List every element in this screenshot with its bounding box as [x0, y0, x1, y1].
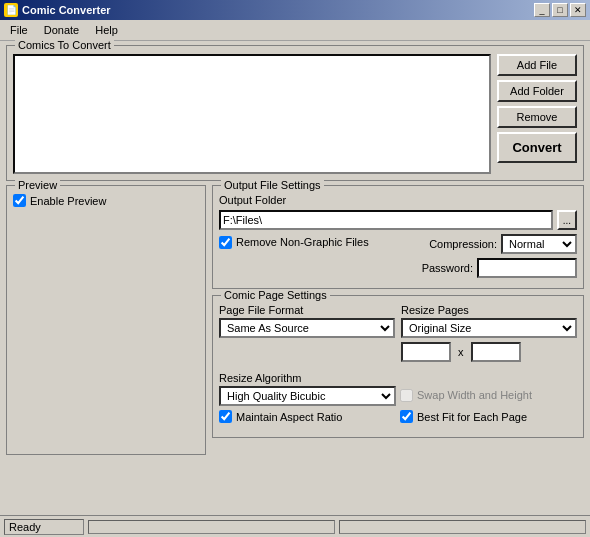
swap-width-row: Swap Width and Height [400, 389, 577, 402]
compression-label: Compression: [429, 238, 497, 250]
menu-help[interactable]: Help [89, 22, 124, 38]
close-button[interactable]: ✕ [570, 3, 586, 17]
title-bar: 📄 Comic Converter _ □ ✕ [0, 0, 590, 20]
format-col: Page File Format Same As Source JPEG PNG… [219, 304, 395, 366]
remove-non-graphic-checkbox[interactable] [219, 236, 232, 249]
remove-button[interactable]: Remove [497, 106, 577, 128]
resize-height-input[interactable] [471, 342, 521, 362]
output-folder-label: Output Folder [219, 194, 286, 206]
title-bar-left: 📄 Comic Converter [4, 3, 111, 17]
title-bar-title: Comic Converter [22, 4, 111, 16]
password-label: Password: [422, 262, 473, 274]
title-bar-controls: _ □ ✕ [534, 3, 586, 17]
comics-to-convert-group: Comics To Convert Add File Add Folder Re… [6, 45, 584, 181]
compression-select[interactable]: Normal Maximum None [501, 234, 577, 254]
add-folder-button[interactable]: Add Folder [497, 80, 577, 102]
swap-width-checkbox[interactable] [400, 389, 413, 402]
best-fit-row: Best Fit for Each Page [400, 410, 577, 423]
browse-button[interactable]: ... [557, 210, 577, 230]
resize-pages-select[interactable]: Original Size Custom [401, 318, 577, 338]
main-content: Comics To Convert Add File Add Folder Re… [0, 41, 590, 512]
remove-graphic-compression-row: Remove Non-Graphic Files Compression: No… [219, 234, 577, 254]
comic-page-legend: Comic Page Settings [221, 289, 330, 301]
resize-dimensions-row: x [401, 342, 577, 362]
algorithm-select[interactable]: High Quality Bicubic Bicubic Bilinear Ne… [219, 386, 396, 406]
minimize-button[interactable]: _ [534, 3, 550, 17]
resize-col: Resize Pages Original Size Custom x [401, 304, 577, 366]
comics-buttons: Add File Add Folder Remove Convert [497, 54, 577, 174]
app-icon: 📄 [4, 3, 18, 17]
bottom-sections: Preview Enable Preview Output File Setti… [6, 185, 584, 455]
menu-file[interactable]: File [4, 22, 34, 38]
swap-col: Swap Width and Height [400, 373, 577, 406]
maintain-aspect-checkbox[interactable] [219, 410, 232, 423]
page-format-select[interactable]: Same As Source JPEG PNG GIF BMP [219, 318, 395, 338]
best-fit-col: Best Fit for Each Page [400, 410, 577, 427]
output-folder-row: ... [219, 210, 577, 230]
remove-non-graphic-label: Remove Non-Graphic Files [236, 236, 369, 248]
preview-group: Preview Enable Preview [6, 185, 206, 455]
password-input[interactable] [477, 258, 577, 278]
add-file-button[interactable]: Add File [497, 54, 577, 76]
bottom-checkboxes-row: Maintain Aspect Ratio Best Fit for Each … [219, 410, 577, 427]
swap-width-label: Swap Width and Height [417, 389, 532, 401]
status-progress-bar [88, 520, 335, 534]
comic-page-settings-group: Comic Page Settings Page File Format Sam… [212, 295, 584, 438]
maximize-button[interactable]: □ [552, 3, 568, 17]
comics-section: Add File Add Folder Remove Convert [13, 54, 577, 174]
comics-listbox[interactable] [13, 54, 491, 174]
x-separator: x [458, 346, 464, 358]
enable-preview-label: Enable Preview [30, 195, 106, 207]
preview-section: Preview Enable Preview [6, 185, 206, 455]
output-file-settings-group: Output File Settings Output Folder ... R… [212, 185, 584, 289]
page-format-label: Page File Format [219, 304, 395, 316]
resize-pages-label: Resize Pages [401, 304, 577, 316]
status-progress-bar-2 [339, 520, 586, 534]
output-folder-label-row: Output Folder [219, 194, 577, 206]
menu-donate[interactable]: Donate [38, 22, 85, 38]
enable-preview-row: Enable Preview [13, 194, 199, 207]
format-resize-row: Page File Format Same As Source JPEG PNG… [219, 304, 577, 366]
remove-graphic-row: Remove Non-Graphic Files [219, 236, 425, 249]
enable-preview-checkbox[interactable] [13, 194, 26, 207]
comics-legend: Comics To Convert [15, 39, 114, 51]
algorithm-row: Resize Algorithm High Quality Bicubic Bi… [219, 372, 577, 406]
best-fit-checkbox[interactable] [400, 410, 413, 423]
algorithm-label: Resize Algorithm [219, 372, 396, 384]
maintain-col: Maintain Aspect Ratio [219, 410, 396, 427]
menu-bar: File Donate Help [0, 20, 590, 41]
maintain-aspect-label: Maintain Aspect Ratio [236, 411, 342, 423]
convert-button[interactable]: Convert [497, 132, 577, 163]
status-bar: Ready [0, 515, 590, 537]
algorithm-col: Resize Algorithm High Quality Bicubic Bi… [219, 372, 396, 406]
output-folder-input[interactable] [219, 210, 553, 230]
output-legend: Output File Settings [221, 179, 324, 191]
password-row: Password: [219, 258, 577, 278]
app-icon-glyph: 📄 [6, 5, 17, 15]
best-fit-label: Best Fit for Each Page [417, 411, 527, 423]
status-text: Ready [4, 519, 84, 535]
maintain-aspect-row: Maintain Aspect Ratio [219, 410, 396, 423]
resize-width-input[interactable] [401, 342, 451, 362]
output-section: Output File Settings Output Folder ... R… [212, 185, 584, 455]
preview-legend: Preview [15, 179, 60, 191]
